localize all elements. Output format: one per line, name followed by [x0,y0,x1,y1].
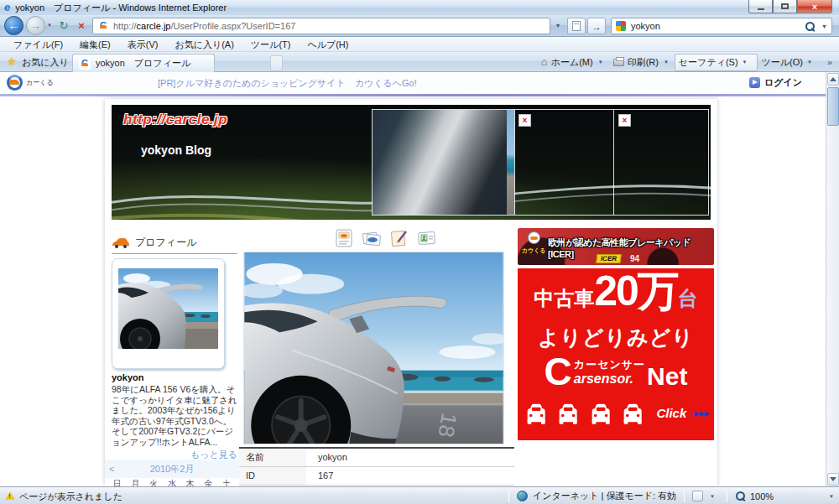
window-title: yokyon プロフィール - Windows Internet Explore… [15,2,227,14]
triangle-down-icon [830,477,836,481]
car-icon [524,403,549,424]
status-message: ページが表示されました [19,491,122,503]
banner-image-strip: × × [372,109,709,216]
profile-photo [118,268,218,349]
new-tab-button[interactable] [270,55,283,71]
privacy-chevron-icon[interactable]: ▼ [710,494,715,499]
menu-view[interactable]: 表示(V) [119,37,167,52]
minimize-button[interactable] [748,0,773,13]
recent-pages-chevron-icon[interactable]: ▼ [47,23,52,28]
vertical-scrollbar[interactable] [826,72,839,486]
table-row: ID 167 [239,467,514,486]
kaukuru-logo: カウくる [521,231,546,254]
address-dropdown-button[interactable]: ▼ [552,18,564,34]
go-button[interactable]: → [587,18,606,34]
status-right: インターネット | 保護モード: 有効 ▼ 100% ▼ [501,487,834,504]
menu-file[interactable]: ファイル(F) [5,37,71,52]
car-icon [555,403,581,424]
print-chevron-icon[interactable]: ▼ [664,60,669,65]
site-favicon: C [97,20,109,32]
click-label: Click [656,406,686,420]
album-icon[interactable] [417,228,437,248]
safety-button[interactable]: セーフティ(S)▼ [675,54,758,71]
close-button[interactable]: × [797,0,832,13]
icer-banner-ad[interactable]: カウくる 欧州が認めた高性能ブレーキパッド[ICER] ICER 94 [518,228,714,265]
menu-tools[interactable]: ツール(T) [242,37,300,52]
profile-info-table: 名前 yokyon ID 167 [239,447,514,486]
forward-button[interactable]: → [26,16,45,35]
carsensor-footer: Click ▶▶▶ [524,403,709,424]
url-text[interactable]: http://carcle.jp/UserProfile.aspx?UserID… [113,21,295,31]
search-icon[interactable] [805,21,816,32]
header-divider [0,94,826,96]
home-chevron-icon[interactable]: ▼ [598,60,603,65]
main-photo[interactable]: 18 [243,252,504,444]
menu-edit[interactable]: 編集(E) [71,37,119,52]
separator [727,491,727,502]
menu-help[interactable]: ヘルプ(H) [299,37,357,52]
tools-button[interactable]: ツール(O)▼ [758,54,822,71]
banner-divider [514,110,515,215]
carsensor-ad[interactable]: 中古車20万台 よりどりみどり C カーセンサー arsensor. Net [518,268,714,440]
login-button[interactable]: ログイン [749,76,802,89]
search-input[interactable]: yokyon [631,21,805,31]
status-bar: ページが表示されました インターネット | 保護モード: 有効 ▼ 100% ▼ [0,486,839,504]
stop-button[interactable]: × [73,18,90,34]
favorites-bar: ★ お気に入り C yokyon プロフィール ⌂ホーム(M) ▼ 印刷(R) … [0,52,839,72]
carcle-logo-label: カーくる [26,78,54,87]
compatibility-view-button[interactable] [567,18,586,34]
profile-page: × × http://carcle.jp yokyon Blog プロフィール [105,99,717,486]
garage-icon[interactable] [362,228,382,248]
triangle-up-icon [830,77,836,81]
profile-card-icon[interactable] [334,228,354,248]
scroll-down-button[interactable] [827,473,839,486]
click-arrows-icon: ▶▶▶ [694,409,709,418]
tab-yokyon-profile[interactable]: C yokyon プロフィール [72,54,215,72]
menu-favorites[interactable]: お気に入り(A) [166,37,242,52]
favorites-button[interactable]: お気に入り [22,56,69,69]
icer-car-number: 94 [630,254,639,263]
search-provider-icon [616,21,626,31]
menu-bar: ファイル(F) 編集(E) 表示(V) お気に入り(A) ツール(T) ヘルプ(… [0,37,839,52]
carsensor-logo: C カーセンサー arsensor. Net [518,357,714,386]
zoom-icon [735,491,746,501]
zoom-chevron-icon[interactable]: ▼ [829,494,834,499]
blog-pen-icon[interactable] [389,228,409,248]
search-options-chevron-icon[interactable]: ▼ [821,23,827,29]
carcle-logo[interactable]: カーくる [7,75,54,91]
navigation-bar: ← → ▼ ↻ × C http://carcle.jp/UserProfile… [0,15,839,37]
kaukuru-circle-icon [528,231,540,244]
ie-icon: e [4,1,10,14]
broken-image-icon: × [618,114,631,127]
safety-chevron-icon: ▼ [743,60,748,65]
overflow-chevron-icon[interactable]: » [827,57,832,67]
carsensor-headline: 中古車20万台 [518,273,714,309]
zoom-control[interactable]: 100% ▼ [735,491,834,501]
pr-link[interactable]: [PR]クルマ好きのためのショッピングサイト カウくるへGo! [158,77,417,90]
refresh-button[interactable]: ↻ [55,18,72,34]
broken-image-icon: × [519,114,531,127]
internet-zone-icon [517,491,528,501]
scrollbar-thumb[interactable] [827,87,839,126]
maximize-button[interactable] [773,0,797,13]
title-bar[interactable]: e yokyon プロフィール - Windows Internet Explo… [0,0,839,15]
blog-banner[interactable]: × × http://carcle.jp yokyon Blog [112,105,711,220]
page-privacy-icon[interactable] [692,491,703,501]
site-header: カーくる [PR]クルマ好きのためのショッピングサイト カウくるへGo! ログイ… [0,72,826,94]
separator [684,491,685,502]
profile-photo-frame[interactable] [112,258,225,369]
calendar-prev-button[interactable]: < [109,460,114,478]
profile-toolbar [334,228,437,248]
banner-divider [613,110,614,215]
print-button[interactable]: 印刷(R) [609,54,663,71]
banner-logo: http://carcle.jp [123,112,227,128]
scroll-up-button[interactable] [827,73,839,86]
tab-favicon: C [79,58,91,70]
home-button[interactable]: ⌂ホーム(M) [537,54,597,71]
broken-page-icon [572,21,581,31]
address-bar[interactable]: C http://carcle.jp/UserProfile.aspx?User… [92,18,550,34]
search-box[interactable]: yokyon ▼ [611,18,832,34]
car-icon [620,403,645,424]
login-arrow-icon [749,77,760,88]
back-button[interactable]: ← [4,16,23,35]
